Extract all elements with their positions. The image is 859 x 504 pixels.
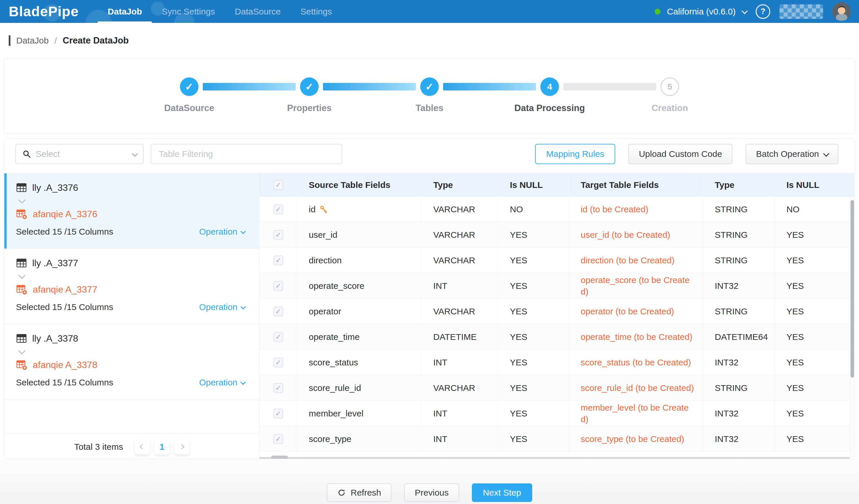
target-isnull-cell: YES [775,324,855,349]
stepper: ✓DataSource✓Properties✓Tables4Data Proce… [4,58,855,96]
source-field-name: user_id [309,230,337,240]
source-field-cell: score_type [297,426,422,452]
row-checkbox-cell [259,299,297,324]
target-type-cell: STRING [703,299,775,324]
source-type-cell: VARCHAR [422,196,498,222]
breadcrumb: DataJob / Create DataJob [0,23,859,58]
field-row: score_type INT YES score_type (to be Cre… [259,426,855,452]
source-field-name: direction [309,255,342,265]
source-field-name: operator [309,306,341,316]
prev-page-button[interactable] [135,439,150,454]
step-datasource: ✓DataSource [180,77,198,96]
main-card: Select Mapping Rules Upload Custom Code … [4,139,855,459]
stepper-card: ✓DataSource✓Properties✓Tables4Data Proce… [4,58,855,134]
operation-dropdown[interactable]: Operation [199,227,245,237]
target-isnull-cell: YES [775,273,855,298]
step-indicator: ✓ [180,77,198,96]
nav-item-label: Settings [300,7,332,17]
select-dropdown[interactable]: Select [15,144,144,164]
toolbar: Select Mapping Rules Upload Custom Code … [4,139,855,164]
operation-dropdown[interactable]: Operation [199,378,245,388]
nav-item-datajob[interactable]: DataJob [98,0,152,23]
table-list-item[interactable]: lly .A_3377 afanqie A_3377 Selected 15 /… [4,249,259,324]
source-field-name: member_level [309,409,363,419]
table-list-item[interactable]: lly .A_3376 afanqie A_3376 Selected 15 /… [4,173,259,249]
target-isnull-cell: YES [775,375,855,400]
operation-dropdown[interactable]: Operation [199,302,245,312]
app-logo[interactable]: BladePipe [9,3,79,19]
selected-columns-label: Selected 15 /15 Columns [16,302,113,312]
source-isnull-cell: YES [498,375,569,400]
horizontal-scrollbar [259,457,850,459]
target-type-cell: STRING [703,375,775,400]
row-checkbox-cell [259,401,297,426]
step-label: Tables [416,103,443,113]
batch-operation-button[interactable]: Batch Operation [745,144,839,164]
operation-label: Operation [199,227,237,237]
target-type-cell: STRING [703,248,775,273]
table-filter-input[interactable] [151,144,342,164]
step-data-processing: 4Data Processing [540,77,559,96]
expand-toggle[interactable] [19,349,251,355]
breadcrumb-separator: / [55,36,57,46]
source-isnull-cell: YES [498,426,569,452]
nav-item-datasource[interactable]: DataSource [225,0,290,23]
total-items-label: Total 3 items [74,442,123,452]
row-checkbox[interactable] [273,409,283,419]
row-checkbox[interactable] [273,230,283,240]
help-icon[interactable]: ? [756,4,770,19]
source-type-cell: VARCHAR [422,222,498,247]
source-table-name: lly .A_3377 [32,258,78,269]
refresh-button[interactable]: Refresh [327,484,391,502]
next-step-button[interactable]: Next Step [472,484,532,502]
expand-toggle[interactable] [19,273,251,280]
step-connector [443,83,536,91]
search-icon [22,149,31,158]
row-checkbox[interactable] [273,358,283,367]
table-list-item[interactable]: lly .A_3378 afanqie A_3378 Selected 15 /… [4,324,259,399]
nav-menu: DataJob Sync Settings DataSource Setting… [98,0,342,23]
nav-item-label: DataSource [235,7,281,17]
row-checkbox[interactable] [273,383,283,393]
nav-item-sync-settings[interactable]: Sync Settings [152,0,225,23]
row-checkbox[interactable] [273,204,283,214]
mapping-rules-button[interactable]: Mapping Rules [535,144,615,164]
row-checkbox[interactable] [273,281,283,291]
target-table-name: afanqie A_3378 [33,360,97,370]
expand-toggle[interactable] [19,198,251,204]
row-checkbox[interactable] [273,434,283,444]
horizontal-scrollbar-thumb[interactable] [271,456,288,459]
chevron-down-icon [241,229,246,234]
step-tables: ✓Tables [420,77,439,96]
target-type-cell: DATETIME64 [703,324,775,349]
chevron-down-icon [18,272,26,279]
username-blurred[interactable] [780,4,823,19]
source-isnull-cell: NO [498,196,569,222]
source-isnull-cell: YES [498,324,569,349]
field-row: operator VARCHAR YES operator (to be Cre… [259,299,855,324]
upload-custom-code-button[interactable]: Upload Custom Code [628,144,733,164]
bottom-action-bar: Refresh Previous Next Step [0,459,859,504]
avatar[interactable] [832,2,851,21]
step-properties: ✓Properties [300,77,319,96]
primary-key-icon [319,205,328,214]
table-list: lly .A_3376 afanqie A_3376 Selected 15 /… [4,173,259,399]
step-indicator: 4 [540,77,559,96]
row-checkbox[interactable] [273,306,283,316]
page-number-button[interactable]: 1 [154,439,169,454]
next-page-button[interactable] [174,439,189,454]
header-checkbox[interactable] [273,180,283,190]
source-table-name: lly .A_3376 [32,183,78,193]
target-field-cell: direction (to be Created) [569,248,703,273]
region-selector[interactable]: California (v0.6.0) [655,7,747,17]
row-checkbox[interactable] [273,255,283,265]
breadcrumb-parent[interactable]: DataJob [16,36,49,46]
source-type-cell: VARCHAR [422,248,498,273]
target-isnull-cell: YES [775,426,855,452]
target-isnull-cell: YES [775,222,855,247]
row-checkbox[interactable] [273,332,283,342]
vertical-scrollbar-thumb[interactable] [850,200,854,378]
target-isnull-cell: YES [775,299,855,324]
nav-item-settings[interactable]: Settings [290,0,342,23]
previous-button[interactable]: Previous [404,484,459,502]
